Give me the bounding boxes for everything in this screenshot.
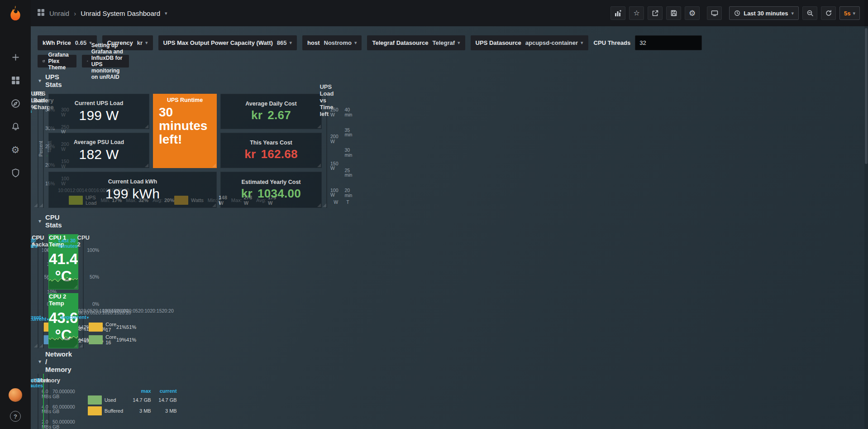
dashboard-settings-button[interactable]: ⚙	[685, 6, 700, 20]
time-range-picker[interactable]: Last 30 minutes ▾	[729, 6, 799, 20]
axis-tick-label: 19:55	[102, 308, 114, 313]
time-override-badge: Last 30 minutes	[54, 238, 80, 249]
panel-ups-battery-charge: UPS Battery Charge 05010020100%	[43, 94, 44, 208]
axis-tick-label: 100 W	[330, 188, 339, 198]
battery-gauge-chart[interactable]: 05010020100%	[46, 107, 48, 205]
help-button[interactable]: ?	[10, 411, 21, 422]
zoom-out-button[interactable]	[802, 6, 817, 20]
legend: maxcurrent Used14.7 GB14.7 GB Buffered3 …	[86, 387, 179, 415]
refresh-interval-label: 5s	[844, 10, 850, 17]
variable-host[interactable]: hostNostromo▾	[302, 35, 362, 50]
compass-icon	[11, 99, 20, 108]
axis-tick-label: 250 W	[330, 107, 339, 117]
star-icon: ☆	[634, 10, 640, 17]
sidebar-item-configuration[interactable]: ⚙	[8, 144, 23, 155]
panel-title[interactable]: Current Load kWh	[108, 178, 157, 185]
user-avatar[interactable]	[9, 388, 22, 402]
y-axis-right: 40 min35 min30 min25 min20 min	[345, 107, 353, 198]
stat-value: kr2.67	[251, 108, 291, 122]
panel-current-ups-load: Current UPS Load 199 W	[48, 94, 149, 129]
panel-title[interactable]: CPU 2 Temp	[49, 293, 78, 307]
refresh-icon	[825, 10, 832, 17]
share-dashboard-button[interactable]	[648, 6, 663, 20]
question-mark-icon: ?	[14, 413, 17, 420]
panel-average-psu-load: Average PSU Load 182 W	[48, 133, 149, 168]
panel-title[interactable]: Average Daily Cost	[245, 101, 296, 107]
axis-tick-label: 25 min	[345, 168, 353, 178]
scrollbar-thumb[interactable]	[865, 28, 868, 164]
panel-ups-load: UPS Load % Last 12 hours Percent Watts 3…	[38, 94, 38, 208]
sidebar-item-server-admin[interactable]	[8, 167, 23, 178]
sort-caret-icon: ▾	[87, 315, 89, 320]
variable-kwh-price[interactable]: kWh Price0.65▾	[38, 35, 97, 50]
ups-stat-panels: Current UPS Load 199 W UPS Runtime 30 mi…	[48, 94, 322, 208]
stat-value: 182 W	[79, 147, 119, 162]
series-color-dash	[89, 335, 103, 344]
add-panel-button[interactable]	[610, 6, 625, 20]
legend: avgcurrent▾ Core 1721%51% Core 1619%41%	[87, 313, 91, 345]
grafana-logo[interactable]	[0, 0, 31, 26]
panel-title[interactable]: UPS Runtime	[167, 97, 203, 103]
sidebar-item-create[interactable]	[8, 52, 23, 63]
caret-down-icon: ▾	[581, 40, 583, 45]
panel-title[interactable]: Estimated Yearly Cost	[241, 179, 300, 185]
page-scrollbar[interactable]	[864, 0, 868, 429]
app: ⚙ ? Unraid › Unraid System Dashboard ▾ ☆…	[0, 0, 868, 429]
panel-title[interactable]: Average PSU Load	[74, 139, 124, 145]
variable-ups-datasource[interactable]: UPS Datasourceapcupsd-container▾	[471, 35, 588, 50]
sidebar-item-alerting[interactable]	[8, 121, 23, 132]
panel-cpu-1: CPU 1 Last 30 minutes 100%50%0%19:5520:0…	[38, 234, 38, 348]
sidebar-menu: ⚙	[8, 52, 23, 178]
link-ups-monitoring-guide[interactable]: Setting up Grafana and InfluxDB for UPS …	[82, 55, 129, 67]
clock-icon	[734, 10, 740, 16]
axis-tick-label: 50.000000 GB	[52, 419, 75, 429]
save-dashboard-button[interactable]	[666, 6, 681, 20]
sidebar-item-explore[interactable]	[8, 98, 23, 109]
variable-ups-max-output[interactable]: UPS Max Output Power Capacity (Watt)865▾	[158, 35, 297, 50]
axis-tick-label: 20:15	[150, 308, 162, 313]
navbar-actions: ☆ ⚙ Last 30 minutes ▾ 5s ▾	[610, 6, 860, 20]
panel-title[interactable]: This Years Cost	[250, 140, 292, 146]
panel-ups-load-vs-time-left: UPS Load vs Time left 250 W200 W150 W100…	[326, 94, 327, 208]
panel-cpu2-temp: CPU 2 Temp 43.6 °C	[48, 293, 78, 348]
cpu2-temp-sparkline	[49, 325, 78, 348]
chevron-down-icon: ▾	[38, 358, 41, 365]
panel-estimated-yearly-cost: Estimated Yearly Cost kr1034.00	[220, 172, 322, 208]
breadcrumb: Unraid › Unraid System Dashboard ▾	[37, 9, 167, 18]
refresh-button[interactable]	[821, 6, 836, 20]
axis-tick-label: 150 W	[330, 161, 339, 171]
caret-down-icon[interactable]: ▾	[165, 11, 167, 16]
add-panel-icon	[615, 10, 622, 17]
variable-telegraf-datasource[interactable]: Telegraf DatasourceTelegraf▾	[367, 35, 465, 50]
panel-memory: Memory Last 30 minutes 70.000000 GB60.00…	[48, 374, 49, 429]
apps-grid-icon[interactable]	[37, 9, 45, 18]
panel-cpu-2: CPU 2 Last 30 minutes 100%50%0%19:5520:0…	[83, 234, 84, 348]
breadcrumb-app[interactable]: Unraid	[49, 10, 69, 17]
chevron-down-icon: ▾	[38, 218, 41, 224]
cycle-view-mode-button[interactable]	[707, 6, 722, 20]
panel-average-daily-cost: Average Daily Cost kr2.67	[220, 94, 322, 129]
star-dashboard-button[interactable]: ☆	[629, 6, 644, 20]
series-color-dash	[88, 395, 102, 405]
cpu-threads-input[interactable]	[635, 35, 702, 50]
breadcrumb-dashboard-title[interactable]: Unraid System Dashboard	[81, 10, 160, 17]
link-grafana-plex-theme[interactable]: Grafana Plex Theme	[38, 55, 76, 67]
sidebar-item-dashboards[interactable]	[8, 75, 23, 86]
caret-down-icon: ▾	[458, 40, 460, 45]
axis-tick-label: 0%	[92, 302, 99, 307]
search-minus-icon	[806, 10, 814, 17]
sidebar-bottom: ?	[9, 388, 22, 422]
axis-tick-label: 50%	[90, 275, 99, 280]
time-range-label: Last 30 minutes	[744, 10, 788, 17]
cpu1-temp-sparkline	[49, 266, 78, 289]
refresh-interval-picker[interactable]: 5s ▾	[839, 6, 860, 20]
plus-icon	[11, 53, 20, 62]
bar-label: T	[346, 199, 349, 205]
panel-title[interactable]: Current UPS Load	[75, 100, 124, 106]
memory-chart[interactable]: 70.000000 GB60.000000 GB50.000000 GB	[52, 389, 81, 429]
caret-down-icon: ▾	[145, 40, 148, 45]
series-color-dash	[89, 323, 103, 332]
axis-tick-label: 30 min	[345, 148, 353, 157]
panel-ups-runtime: UPS Runtime 30 minutes left!	[153, 94, 217, 168]
variable-cpu-threads: CPU Threads	[594, 35, 702, 50]
